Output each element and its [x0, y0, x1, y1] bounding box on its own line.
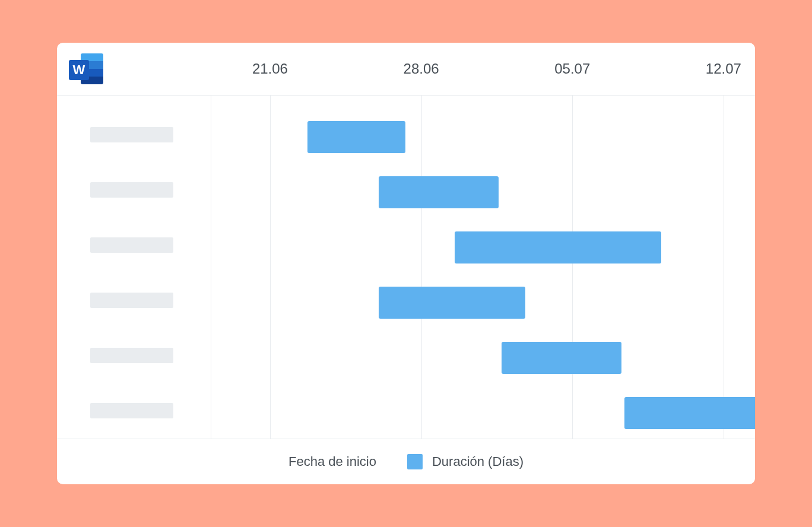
bar-row: [211, 383, 755, 439]
gantt-card: W 21.06 28.06 05.07 12.07 Fecha: [57, 43, 755, 484]
legend-label: Fecha de inicio: [288, 454, 376, 469]
bar-row: [211, 328, 755, 383]
task-row: [57, 163, 211, 218]
date-tick: 21.06: [252, 61, 288, 77]
legend-item-start: Fecha de inicio: [288, 454, 376, 469]
word-icon: W: [69, 52, 103, 86]
gantt-bar: [455, 231, 661, 264]
date-tick: 12.07: [706, 61, 741, 77]
bar-row: [211, 273, 755, 328]
chart-area: [211, 96, 755, 439]
date-tick: 05.07: [554, 61, 590, 77]
legend: Fecha de inicio Duración (Días): [57, 439, 755, 484]
gantt-bar: [307, 121, 405, 153]
legend-swatch: [407, 454, 423, 469]
task-placeholder: [90, 348, 173, 363]
gantt-bar: [502, 342, 621, 374]
task-placeholder: [90, 182, 173, 198]
task-column: [57, 96, 211, 439]
legend-label: Duración (Días): [432, 454, 524, 469]
gantt-bar: [624, 397, 755, 429]
task-placeholder: [90, 237, 173, 253]
gantt-bar: [379, 287, 525, 319]
bar-row: [211, 218, 755, 273]
task-row: [57, 328, 211, 383]
gantt-body: [57, 96, 755, 439]
task-row: [57, 273, 211, 328]
gantt-bar: [379, 176, 499, 208]
app-icon-cell: W: [57, 52, 211, 86]
bar-row: [211, 163, 755, 218]
task-placeholder: [90, 127, 173, 142]
date-axis: 21.06 28.06 05.07 12.07: [211, 43, 755, 95]
date-tick: 28.06: [404, 61, 439, 77]
task-placeholder: [90, 403, 173, 418]
gantt-header: W 21.06 28.06 05.07 12.07: [57, 43, 755, 96]
bars-wrap: [211, 107, 755, 439]
task-row: [57, 107, 211, 163]
legend-item-duration: Duración (Días): [407, 454, 524, 469]
task-row: [57, 383, 211, 439]
bar-row: [211, 107, 755, 163]
task-placeholder: [90, 293, 173, 308]
task-row: [57, 218, 211, 273]
